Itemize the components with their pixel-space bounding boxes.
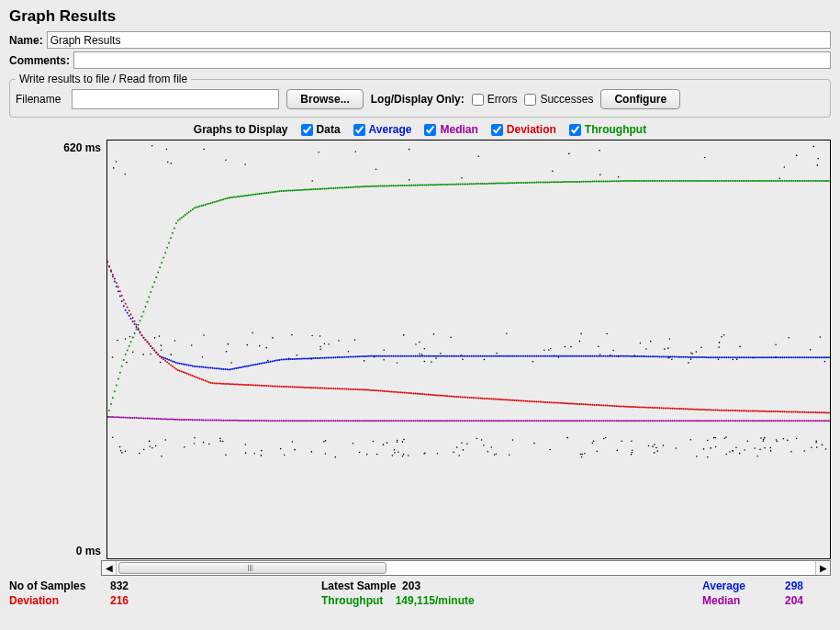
svg-point-785 <box>297 420 298 422</box>
svg-point-1391 <box>669 408 671 410</box>
svg-point-186 <box>723 334 725 336</box>
svg-point-1454 <box>784 411 786 412</box>
svg-point-343 <box>220 368 222 370</box>
scroll-right-arrow-icon[interactable]: ▶ <box>815 561 830 575</box>
svg-point-1095 <box>134 321 136 322</box>
toggle-average[interactable] <box>353 124 365 136</box>
svg-point-808 <box>338 420 340 422</box>
scroll-left-arrow-icon[interactable]: ◀ <box>102 561 117 575</box>
svg-point-1074 <box>820 420 822 422</box>
comments-input[interactable] <box>73 51 831 69</box>
svg-point-8 <box>655 447 657 449</box>
toggle-median[interactable] <box>424 124 436 136</box>
svg-point-1593 <box>311 188 313 190</box>
svg-point-422 <box>364 355 365 357</box>
svg-point-1344 <box>585 403 587 405</box>
configure-button[interactable]: Configure <box>600 89 680 109</box>
svg-point-1079 <box>829 420 830 422</box>
svg-point-1432 <box>744 410 745 411</box>
svg-point-1140 <box>215 382 217 384</box>
svg-point-1817 <box>717 180 719 182</box>
svg-point-588 <box>664 356 666 358</box>
toggle-data[interactable] <box>301 124 313 136</box>
svg-point-385 <box>297 358 298 360</box>
svg-point-3 <box>759 449 761 451</box>
svg-point-1381 <box>652 407 654 409</box>
svg-point-1202 <box>328 388 330 389</box>
svg-point-1144 <box>222 383 224 385</box>
svg-point-1637 <box>391 185 393 186</box>
svg-point-1253 <box>420 393 421 395</box>
svg-point-1607 <box>337 187 339 189</box>
svg-point-394 <box>313 357 315 359</box>
svg-point-694 <box>132 417 134 419</box>
svg-point-1666 <box>443 184 445 186</box>
svg-point-399 <box>322 357 324 359</box>
svg-point-1634 <box>386 185 387 186</box>
svg-point-475 <box>460 355 462 357</box>
svg-point-558 <box>610 355 611 357</box>
svg-point-927 <box>554 420 555 422</box>
svg-point-1657 <box>427 184 429 186</box>
scroll-track[interactable] <box>117 561 815 575</box>
svg-point-295 <box>134 323 136 325</box>
svg-point-1356 <box>606 405 608 407</box>
svg-point-312 <box>164 357 166 359</box>
svg-point-424 <box>367 355 369 357</box>
svg-point-819 <box>358 420 360 422</box>
svg-point-1200 <box>324 388 326 389</box>
svg-point-105 <box>787 440 789 442</box>
svg-point-601 <box>688 356 689 358</box>
browse-button[interactable]: Browse... <box>286 89 363 109</box>
svg-point-117 <box>581 456 583 458</box>
svg-point-1761 <box>615 180 617 182</box>
svg-point-50 <box>783 438 785 440</box>
svg-point-369 <box>268 361 270 363</box>
svg-point-276 <box>784 166 786 168</box>
toggle-deviation[interactable] <box>491 124 503 136</box>
svg-point-926 <box>552 420 554 422</box>
svg-point-752 <box>237 420 239 422</box>
svg-point-788 <box>302 420 304 422</box>
svg-point-21 <box>461 442 463 444</box>
svg-point-940 <box>577 420 579 422</box>
scroll-thumb[interactable] <box>118 562 386 574</box>
svg-point-1671 <box>453 184 454 186</box>
toggle-throughput[interactable] <box>569 124 581 136</box>
svg-point-37 <box>703 448 705 450</box>
svg-point-451 <box>416 355 418 357</box>
svg-point-1672 <box>454 184 456 186</box>
svg-point-1284 <box>476 397 477 399</box>
svg-point-449 <box>412 355 414 357</box>
svg-point-157 <box>819 336 821 338</box>
svg-point-1804 <box>693 180 695 182</box>
svg-point-1105 <box>151 347 153 349</box>
svg-point-1184 <box>295 387 297 388</box>
successes-checkbox[interactable] <box>524 94 536 106</box>
svg-point-741 <box>217 420 218 422</box>
svg-point-1341 <box>579 403 581 405</box>
svg-point-611 <box>706 356 708 358</box>
svg-point-1490 <box>125 354 127 355</box>
svg-point-1495 <box>134 332 136 334</box>
svg-point-92 <box>323 441 325 443</box>
svg-point-859 <box>431 420 432 422</box>
svg-point-317 <box>174 361 175 363</box>
svg-point-955 <box>604 420 606 422</box>
errors-checkbox[interactable] <box>472 94 484 106</box>
svg-point-623 <box>728 356 730 358</box>
svg-point-1342 <box>581 403 583 405</box>
filename-input[interactable] <box>72 89 279 109</box>
svg-point-897 <box>499 420 501 422</box>
chart-hscrollbar[interactable]: ◀ ▶ <box>101 560 831 576</box>
svg-point-56 <box>756 456 758 457</box>
svg-point-1613 <box>347 186 349 188</box>
svg-point-830 <box>378 420 380 422</box>
svg-point-1581 <box>289 190 291 192</box>
svg-point-357 <box>246 366 248 367</box>
name-input[interactable] <box>47 31 831 49</box>
stat-deviation-label: Deviation <box>9 594 110 607</box>
svg-point-781 <box>289 420 291 422</box>
stats-grid: No of Samples 832 Latest Sample 203 Aver… <box>9 579 831 607</box>
svg-point-715 <box>170 419 172 421</box>
